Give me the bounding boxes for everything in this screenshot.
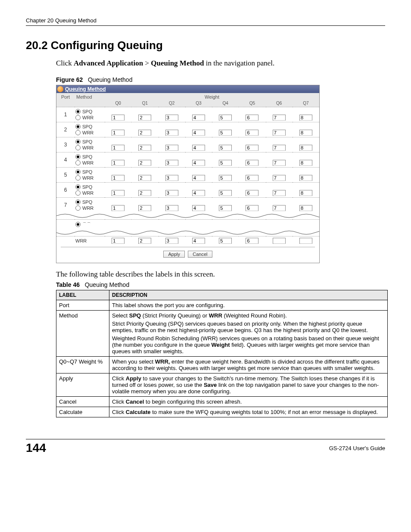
weight-input[interactable] — [299, 190, 312, 196]
weight-input[interactable] — [192, 160, 205, 166]
chapter-header: Chapter 20 Queuing Method — [26, 17, 385, 26]
weight-input[interactable] — [219, 160, 232, 166]
weight-input[interactable] — [112, 115, 125, 121]
table-row: 1SPQWRR — [56, 107, 319, 122]
weight-input[interactable] — [219, 205, 232, 211]
weight-input[interactable] — [138, 205, 151, 211]
spq-label: SPQ — [82, 154, 92, 159]
weight-input[interactable] — [246, 115, 258, 121]
weight-input[interactable] — [138, 238, 151, 244]
weight-input[interactable] — [192, 145, 205, 151]
weight-input[interactable] — [219, 238, 232, 244]
weight-input[interactable] — [273, 130, 286, 136]
weight-cell — [239, 198, 265, 213]
desc-cell: Select SPQ (Strict Priority Queuing) or … — [109, 311, 388, 357]
weight-input[interactable] — [192, 115, 205, 121]
table-row: 4SPQWRR — [56, 152, 319, 168]
radio-wrr[interactable] — [75, 145, 81, 150]
weight-input[interactable] — [138, 115, 151, 121]
weight-input[interactable] — [219, 145, 232, 151]
weight-input[interactable] — [165, 145, 178, 151]
weight-input[interactable] — [246, 130, 258, 136]
radio-spq[interactable] — [75, 222, 81, 227]
weight-input[interactable] — [299, 160, 312, 166]
radio-spq[interactable] — [75, 109, 81, 114]
weight-input[interactable] — [273, 175, 286, 181]
weight-cell — [131, 183, 158, 198]
weight-input[interactable] — [273, 238, 286, 244]
weight-input[interactable] — [246, 160, 258, 166]
weight-input[interactable] — [165, 130, 178, 136]
weight-input[interactable] — [273, 160, 286, 166]
weight-input[interactable] — [192, 190, 205, 196]
weight-input[interactable] — [138, 190, 151, 196]
weight-input[interactable] — [165, 175, 178, 181]
radio-spq[interactable] — [75, 124, 81, 129]
weight-input[interactable] — [299, 205, 312, 211]
weight-input[interactable] — [219, 190, 232, 196]
weight-input[interactable] — [299, 175, 312, 181]
weight-input[interactable] — [138, 175, 151, 181]
radio-wrr[interactable] — [75, 130, 81, 135]
weight-input[interactable] — [273, 145, 286, 151]
weight-input[interactable] — [273, 190, 286, 196]
radio-spq[interactable] — [75, 154, 81, 159]
radio-wrr[interactable] — [75, 205, 81, 211]
weight-input[interactable] — [112, 160, 125, 166]
weight-input[interactable] — [165, 160, 178, 166]
weight-input[interactable] — [112, 130, 125, 136]
radio-spq[interactable] — [75, 139, 81, 144]
weight-input[interactable] — [246, 238, 258, 244]
weight-input[interactable] — [246, 205, 258, 211]
weight-cell — [293, 107, 319, 122]
weight-input[interactable] — [299, 130, 312, 136]
weight-input[interactable] — [219, 130, 232, 136]
weight-cell — [293, 137, 319, 152]
weight-input[interactable] — [219, 175, 232, 181]
weight-input[interactable] — [246, 190, 258, 196]
weight-input[interactable] — [138, 145, 151, 151]
weight-input[interactable] — [112, 145, 125, 151]
qlabel: Q2 — [159, 101, 185, 107]
weight-input[interactable] — [192, 238, 205, 244]
port-cell: 7 — [56, 198, 75, 213]
weight-input[interactable] — [112, 175, 125, 181]
weight-cell — [159, 152, 185, 168]
weight-input[interactable] — [219, 115, 232, 121]
qlabel: Q3 — [185, 101, 212, 107]
figure-caption-text: Queuing Method — [88, 76, 133, 83]
table-row: 2SPQWRR — [56, 122, 319, 137]
weight-input[interactable] — [273, 115, 286, 121]
weight-input[interactable] — [299, 145, 312, 151]
qlabel: Q7 — [293, 101, 319, 107]
weight-input[interactable] — [246, 175, 258, 181]
weight-input[interactable] — [273, 205, 286, 211]
radio-spq[interactable] — [75, 199, 81, 205]
cancel-button[interactable]: Cancel — [188, 251, 212, 258]
radio-wrr[interactable] — [75, 190, 81, 196]
weight-input[interactable] — [192, 205, 205, 211]
weight-input[interactable] — [192, 130, 205, 136]
apply-button[interactable]: Apply — [163, 251, 185, 258]
radio-spq[interactable] — [75, 184, 81, 190]
weight-input[interactable] — [138, 130, 151, 136]
weight-input[interactable] — [165, 205, 178, 211]
weight-input[interactable] — [165, 115, 178, 121]
weight-input[interactable] — [299, 238, 312, 244]
port-cell: 5 — [56, 168, 75, 183]
weight-input[interactable] — [112, 238, 125, 244]
weight-input[interactable] — [299, 115, 312, 121]
weight-input[interactable] — [112, 190, 125, 196]
radio-wrr[interactable] — [75, 160, 81, 165]
weight-input[interactable] — [165, 238, 178, 244]
weight-input[interactable] — [112, 205, 125, 211]
weight-input[interactable] — [246, 145, 258, 151]
weight-input[interactable] — [192, 175, 205, 181]
weight-input[interactable] — [165, 190, 178, 196]
radio-spq[interactable] — [75, 169, 81, 174]
radio-wrr[interactable] — [75, 115, 81, 120]
table-row: 3SPQWRR — [56, 137, 319, 152]
weight-input[interactable] — [138, 160, 151, 166]
weight-cell — [266, 183, 293, 198]
radio-wrr[interactable] — [75, 175, 81, 180]
